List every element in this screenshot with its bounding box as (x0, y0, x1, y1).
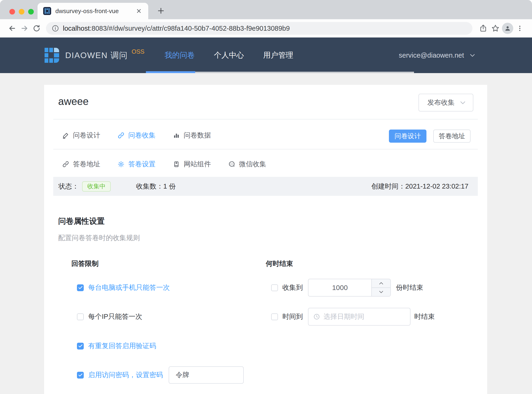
checkbox-ip-once[interactable] (77, 313, 84, 320)
option-label[interactable]: 有重复回答启用验证码 (88, 341, 156, 351)
check-icon (78, 344, 83, 348)
section-title: 问卷属性设置 (58, 216, 105, 227)
menu-item-personal-center[interactable]: 个人中心 (214, 50, 244, 60)
divider (53, 149, 478, 150)
collect-to-label: 收集到 (282, 283, 303, 292)
window-controls (9, 9, 34, 15)
option-ip-once: 每个IP只能答一次 (77, 307, 142, 326)
collect-count-value: 1 份 (163, 182, 176, 191)
browser-tabstrip: dwsurvey-oss-front-vue (0, 0, 532, 19)
date-picker-placeholder: 选择日期时间 (324, 312, 364, 321)
publish-status-select[interactable]: 发布收集 (419, 94, 473, 112)
status-badge: 收集中 (82, 181, 111, 192)
menu-item-my-surveys[interactable]: 我的问卷 (165, 50, 195, 60)
tab-answer-settings[interactable]: 答卷设置 (117, 160, 155, 169)
tab-close-icon[interactable] (135, 7, 143, 15)
tab-answer-address[interactable]: 答卷地址 (62, 160, 100, 169)
checkbox-end-time[interactable] (271, 313, 278, 320)
brand-name: DIAOWEN 调问 (65, 50, 128, 61)
bar-chart-icon (173, 132, 180, 139)
option-label[interactable]: 每台电脑或手机只能答一次 (88, 283, 170, 292)
user-email: service@diaowen.net (399, 52, 464, 59)
link-icon (62, 161, 69, 168)
option-access-password: 启用访问密码，设置密码 (77, 366, 244, 384)
answer-address-button[interactable]: 答卷地址 (433, 130, 471, 143)
collect-count-input-wrap (308, 279, 391, 296)
wechat-chat-icon (228, 161, 235, 168)
option-label[interactable]: 每个IP只能答一次 (88, 312, 142, 321)
active-menu-underline (146, 71, 195, 73)
main-menu: 我的问卷 个人中心 用户管理 (165, 50, 293, 60)
check-icon (78, 373, 83, 377)
forward-icon[interactable] (18, 22, 31, 34)
survey-design-button[interactable]: 问卷设计 (389, 130, 426, 143)
checkbox-collect-count[interactable] (271, 284, 278, 291)
reload-icon[interactable] (31, 22, 43, 34)
tab-site-widget[interactable]: 网站组件 (173, 160, 211, 169)
url-bar[interactable]: localhost:8083/#/dw/survey/c/attr/c98fa1… (46, 22, 472, 35)
tab-survey-collect[interactable]: 问卷收集 (117, 131, 155, 140)
increase-icon[interactable] (372, 279, 390, 288)
tab-title: dwsurvey-oss-front-vue (55, 7, 135, 15)
diaowen-logo (45, 48, 60, 63)
menu-dots-icon[interactable] (514, 22, 526, 34)
collect-count-label: 收集数： (136, 182, 163, 191)
close-window-button[interactable] (9, 9, 15, 15)
survey-title: aweee (58, 96, 89, 107)
bookmark-star-icon[interactable] (489, 22, 501, 34)
end-rules-heading: 何时结束 (266, 259, 293, 269)
tab-survey-design[interactable]: 问卷设计 (62, 131, 100, 140)
url-text: localhost:8083/#/dw/survey/c/attr/c98fa1… (63, 25, 290, 32)
decrease-icon[interactable] (372, 288, 390, 296)
option-device-once: 每台电脑或手机只能答一次 (77, 278, 170, 297)
time-to-label: 时间到 (282, 312, 303, 321)
user-account-dropdown[interactable]: service@diaowen.net (399, 37, 476, 73)
chevron-down-icon (469, 52, 476, 59)
tag-icon (173, 161, 180, 168)
page-background: aweee 发布收集 问卷设计 问卷收集 问卷数据 (0, 73, 532, 394)
zoom-window-button[interactable] (28, 9, 34, 15)
answer-limit-heading: 回答限制 (71, 259, 99, 269)
number-stepper (371, 279, 390, 296)
date-time-picker[interactable]: 选择日期时间 (308, 308, 410, 326)
tab-wechat-collect[interactable]: 微信收集 (228, 160, 266, 169)
checkbox-access-password[interactable] (77, 372, 84, 378)
menu-bottom-border (195, 72, 414, 73)
browser-window: dwsurvey-oss-front-vue localhost:8083/#/… (0, 0, 532, 394)
access-password-input[interactable] (169, 366, 244, 384)
survey-card: aweee 发布收集 问卷设计 问卷收集 问卷数据 (44, 85, 487, 394)
status-label: 状态： (59, 182, 79, 191)
share-icon[interactable] (477, 22, 489, 34)
site-info-icon[interactable] (52, 25, 59, 32)
menu-item-user-management[interactable]: 用户管理 (263, 50, 293, 60)
created-time-label: 创建时间： (371, 182, 405, 191)
app-navbar: DIAOWEN 调问 OSS 我的问卷 个人中心 用户管理 service@di… (0, 37, 532, 73)
divider (53, 119, 478, 119)
option-label[interactable]: 启用访问密码，设置密码 (88, 370, 163, 380)
brand-badge: OSS (132, 48, 144, 55)
new-tab-button[interactable] (155, 5, 166, 16)
edit-icon (62, 132, 69, 139)
option-captcha: 有重复回答启用验证码 (77, 337, 156, 355)
check-icon (78, 286, 83, 289)
rule-collect-count: 收集到 份时结束 (271, 278, 423, 297)
gear-icon (117, 161, 125, 168)
site-favicon (43, 7, 51, 15)
chevron-down-icon (459, 99, 466, 106)
collect-suffix-label: 份时结束 (396, 283, 423, 292)
profile-avatar[interactable] (501, 22, 514, 34)
time-suffix-label: 时结束 (414, 312, 435, 321)
link-icon (117, 132, 125, 139)
clock-icon (313, 313, 320, 320)
tab-survey-data[interactable]: 问卷数据 (173, 131, 211, 140)
browser-tab[interactable]: dwsurvey-oss-front-vue (37, 3, 148, 19)
minimize-window-button[interactable] (19, 9, 24, 15)
section-description: 配置问卷答卷时的收集规则 (58, 233, 140, 243)
status-bar: 状态： 收集中 收集数： 1 份 创建时间： 2021-12-02 23:02:… (53, 177, 478, 196)
checkbox-device-once[interactable] (77, 284, 84, 291)
rule-end-time: 时间到 选择日期时间 时结束 (271, 307, 435, 326)
survey-tabs-primary: 问卷设计 问卷收集 问卷数据 (62, 125, 211, 146)
checkbox-captcha[interactable] (77, 343, 84, 349)
survey-tabs-secondary: 答卷地址 答卷设置 网站组件 微信收集 (62, 155, 266, 174)
back-icon[interactable] (6, 22, 18, 34)
